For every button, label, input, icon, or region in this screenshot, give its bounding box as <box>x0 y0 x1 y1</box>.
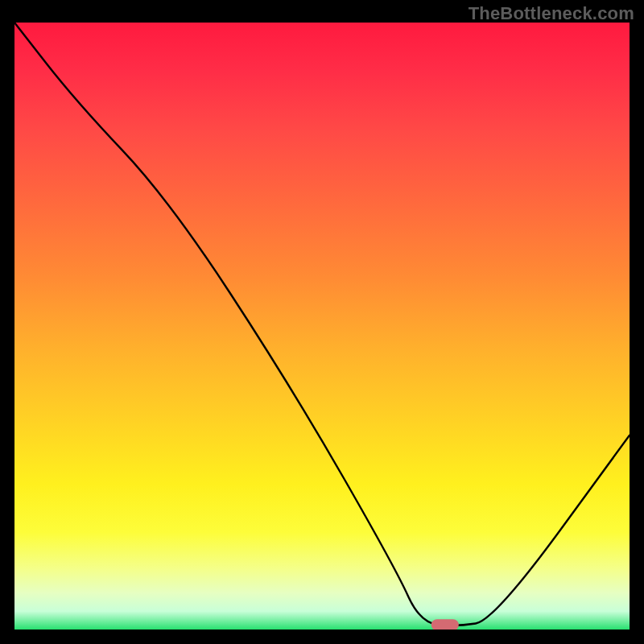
plot-area <box>14 23 630 630</box>
optimum-marker <box>431 619 459 630</box>
bottleneck-curve <box>14 23 630 630</box>
chart-frame: TheBottleneck.com <box>0 0 644 644</box>
curve-path <box>14 23 630 625</box>
watermark-text: TheBottleneck.com <box>469 3 634 24</box>
